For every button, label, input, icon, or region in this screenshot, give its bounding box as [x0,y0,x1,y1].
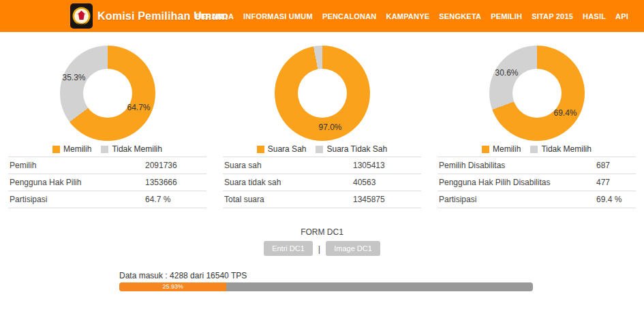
legend-label: Memilih [493,144,521,154]
legend-item: Tidak Memilih [101,144,162,154]
form-dc1-buttons: Entri DC1 | Image DC1 [0,241,644,256]
row-value: 1305413 [353,161,421,170]
table-row: Suara sah 1305413 [223,157,421,174]
nav-item-beranda[interactable]: BERANDA [196,12,234,20]
dashboard: 64.7% 35.3% Memilih Tidak Memilih Pemili… [0,32,644,291]
legend-swatch-gray-icon [101,146,108,153]
row-label: Partisipasi [8,195,145,204]
table-row: Total suara 1345875 [223,191,421,208]
legend-item: Memilih [52,144,91,154]
donut-value-label: 69.4% [554,108,577,118]
stats-table-partisipasi: Pemilih 2091736 Pengguna Hak Pilih 13536… [8,157,206,208]
donut-chart-suara: 97.0% [275,46,370,141]
app-header: Komisi Pemilihan Umum BERANDA INFORMASI … [0,0,644,32]
legend-swatch-orange-icon [52,146,60,153]
legend-item: Tidak Memilih [530,144,592,154]
donut-hole [298,69,347,118]
donut-value-label: 64.7% [127,103,151,112]
legend-label: Tidak Memilih [112,144,162,154]
row-value: 40563 [353,178,421,187]
progress-fill: 25.93% [119,282,226,291]
row-label: Pemilih Disabilitas [438,161,596,170]
nav-item-informasi-umum[interactable]: INFORMASI UMUM [243,12,313,20]
stats-table-disabilitas: Pemilih Disabilitas 687 Pengguna Hak Pil… [438,157,636,208]
row-label: Suara sah [223,161,353,170]
row-label: Total suara [223,195,353,204]
legend-label: Memilih [63,144,91,154]
image-dc1-button[interactable]: Image DC1 [326,241,380,256]
form-dc1-title: FORM DC1 [0,227,644,237]
donut-chart-disabilitas: 69.4% 30.6% [489,46,585,141]
row-label: Pengguna Hak Pilih [8,178,145,187]
panel-disabilitas: 69.4% 30.6% Memilih Tidak Memilih Pemili… [429,32,644,208]
row-label: Pemilih [8,161,145,170]
row-label: Pengguna Hak Pilih Disabilitas [438,178,596,187]
stats-table-suara: Suara sah 1305413 Suara tidak sah 40563 … [223,157,421,208]
data-masuk-label: Data masuk : 4288 dari 16540 TPS [119,271,533,280]
donut-rest-label: 35.3% [63,73,86,82]
data-masuk-section: Data masuk : 4288 dari 16540 TPS 25.93% [119,271,533,291]
table-row: Pemilih 2091736 [8,157,206,174]
progress-bar: 25.93% [119,282,533,291]
row-value: 69.4 % [596,195,636,204]
donut-chart-partisipasi: 64.7% 35.3% [60,46,155,141]
nav-item-kampanye[interactable]: KAMPANYE [386,12,430,20]
legend-swatch-gray-icon [530,146,538,153]
row-value: 477 [596,178,636,187]
kpu-logo-icon[interactable] [70,3,93,29]
legend-label: Suara Tidak Sah [326,144,387,154]
nav-item-api[interactable]: API [615,12,628,20]
table-row: Partisipasi 69.4 % [438,191,636,208]
chart-legend: Memilih Tidak Memilih [438,144,636,154]
donut-rest-label: 30.6% [495,68,519,78]
chart-legend: Memilih Tidak Memilih [8,144,206,154]
table-row: Pemilih Disabilitas 687 [438,157,636,174]
nav-item-pemilih[interactable]: PEMILIH [491,12,522,20]
row-value: 64.7 % [145,195,206,204]
table-row: Partisipasi 64.7 % [8,191,206,208]
nav-item-sengketa[interactable]: SENGKETA [439,12,481,20]
row-value: 1345875 [353,195,421,204]
legend-swatch-gray-icon [316,146,323,153]
chart-legend: Suara Sah Suara Tidak Sah [223,144,421,154]
legend-item: Suara Tidak Sah [316,144,387,154]
nav-item-sitap-2015[interactable]: SITAP 2015 [532,12,573,20]
main-nav: BERANDA INFORMASI UMUM PENCALONAN KAMPAN… [196,0,628,32]
table-row: Pengguna Hak Pilih 1353666 [8,174,206,191]
legend-label: Tidak Memilih [541,144,592,154]
table-row: Pengguna Hak Pilih Disabilitas 477 [438,174,636,191]
nav-item-hasil[interactable]: HASIL [583,12,606,20]
row-label: Partisipasi [438,195,596,204]
button-separator: | [318,244,320,254]
panel-partisipasi: 64.7% 35.3% Memilih Tidak Memilih Pemili… [0,32,215,208]
nav-item-pencalonan[interactable]: PENCALONAN [322,12,377,20]
row-label: Suara tidak sah [223,178,353,187]
entri-dc1-button[interactable]: Entri DC1 [264,241,313,256]
panel-suara: 97.0% Suara Sah Suara Tidak Sah Suara sa… [215,32,429,208]
donut-value-label: 97.0% [319,123,342,132]
legend-swatch-orange-icon [257,146,264,153]
donut-hole [83,69,132,118]
legend-swatch-orange-icon [482,146,489,153]
table-row: Suara tidak sah 40563 [223,174,421,191]
legend-label: Suara Sah [268,144,307,154]
legend-item: Suara Sah [257,144,307,154]
row-value: 1353666 [145,178,206,187]
row-value: 687 [596,161,636,170]
form-dc1-section: FORM DC1 Entri DC1 | Image DC1 [0,227,644,256]
legend-item: Memilih [482,144,521,154]
chart-columns: 64.7% 35.3% Memilih Tidak Memilih Pemili… [0,32,644,208]
row-value: 2091736 [145,161,206,170]
